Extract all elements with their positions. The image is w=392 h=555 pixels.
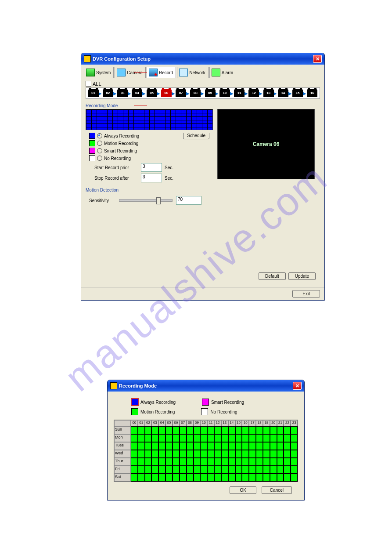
start-prior-input[interactable]: 3: [141, 163, 162, 172]
schedule-cell[interactable]: [158, 442, 165, 450]
schedule-cell[interactable]: [291, 474, 298, 482]
schedule-cell[interactable]: [145, 442, 152, 450]
schedule-cell[interactable]: [151, 466, 158, 474]
schedule-cell[interactable]: [207, 466, 214, 474]
schedule-cell[interactable]: [194, 442, 201, 450]
camera-item-11[interactable]: 11: [234, 89, 245, 97]
schedule-cell[interactable]: [235, 434, 242, 442]
schedule-cell[interactable]: [270, 466, 277, 474]
schedule-cell[interactable]: [291, 450, 298, 458]
schedule-cell[interactable]: [256, 466, 263, 474]
schedule-cell[interactable]: [242, 474, 249, 482]
schedule-cell[interactable]: [151, 442, 158, 450]
schedule-cell[interactable]: [242, 458, 249, 466]
schedule-cell[interactable]: [221, 466, 228, 474]
schedule-cell[interactable]: [277, 458, 284, 466]
schedule-cell[interactable]: [284, 474, 291, 482]
stop-after-input[interactable]: 3: [141, 174, 162, 182]
schedule-cell[interactable]: [151, 458, 158, 466]
schedule-cell[interactable]: [284, 450, 291, 458]
schedule-cell[interactable]: [207, 474, 214, 482]
schedule-cell[interactable]: [138, 458, 145, 466]
swatch-motion[interactable]: [131, 408, 138, 415]
all-checkbox[interactable]: [86, 81, 91, 87]
camera-item-15[interactable]: 15: [292, 89, 304, 97]
schedule-cell[interactable]: [138, 450, 145, 458]
tab-alarm[interactable]: Alarm: [209, 67, 236, 78]
schedule-cell[interactable]: [256, 434, 263, 442]
schedule-cell[interactable]: [270, 450, 277, 458]
camera-item-02[interactable]: 02: [102, 89, 114, 97]
schedule-cell[interactable]: [270, 458, 277, 466]
schedule-cell[interactable]: [242, 434, 249, 442]
schedule-cell[interactable]: [291, 442, 298, 450]
schedule-cell[interactable]: [187, 458, 194, 466]
schedule-cell[interactable]: [173, 474, 180, 482]
schedule-cell[interactable]: [221, 474, 228, 482]
schedule-cell[interactable]: [235, 458, 242, 466]
schedule-cell[interactable]: [228, 474, 235, 482]
camera-item-06[interactable]: 06: [160, 89, 172, 97]
schedule-cell[interactable]: [221, 434, 228, 442]
radio-none[interactable]: [97, 156, 102, 161]
schedule-cell[interactable]: [187, 442, 194, 450]
schedule-cell[interactable]: [131, 450, 138, 458]
schedule-cell[interactable]: [131, 442, 138, 450]
schedule-button[interactable]: Schedule: [183, 133, 209, 139]
schedule-cell[interactable]: [131, 466, 138, 474]
schedule-cell[interactable]: [228, 458, 235, 466]
schedule-cell[interactable]: [270, 434, 277, 442]
schedule-cell[interactable]: [256, 426, 263, 434]
schedule-cell[interactable]: [263, 426, 270, 434]
schedule-cell[interactable]: [207, 426, 214, 434]
schedule-cell[interactable]: [284, 466, 291, 474]
schedule-cell[interactable]: [256, 474, 263, 482]
schedule-cell[interactable]: [145, 450, 152, 458]
update-button[interactable]: Update: [288, 272, 316, 280]
schedule-cell[interactable]: [277, 442, 284, 450]
schedule-cell[interactable]: [284, 458, 291, 466]
schedule-cell[interactable]: [207, 450, 214, 458]
schedule-cell[interactable]: [165, 442, 173, 450]
schedule-cell[interactable]: [207, 458, 214, 466]
schedule-cell[interactable]: [270, 426, 277, 434]
schedule-cell[interactable]: [200, 458, 207, 466]
schedule-cell[interactable]: [263, 466, 270, 474]
default-button[interactable]: Default: [259, 272, 286, 280]
schedule-cell[interactable]: [242, 466, 249, 474]
radio-motion[interactable]: [97, 141, 102, 146]
schedule-cell[interactable]: [277, 426, 284, 434]
schedule-cell[interactable]: [284, 426, 291, 434]
cancel-button[interactable]: Cancel: [262, 486, 292, 494]
camera-item-05[interactable]: 05: [146, 89, 158, 97]
schedule-cell[interactable]: [228, 434, 235, 442]
close-icon[interactable]: ✕: [313, 55, 322, 63]
schedule-cell[interactable]: [200, 466, 207, 474]
schedule-cell[interactable]: [235, 466, 242, 474]
camera-item-12[interactable]: 12: [248, 89, 260, 97]
schedule-cell[interactable]: [145, 434, 152, 442]
schedule-cell[interactable]: [194, 434, 201, 442]
schedule-cell[interactable]: [249, 450, 256, 458]
schedule-cell[interactable]: [235, 426, 242, 434]
schedule-cell[interactable]: [173, 466, 180, 474]
camera-item-07[interactable]: 07: [175, 89, 187, 97]
schedule-cell[interactable]: [249, 434, 256, 442]
schedule-cell[interactable]: [291, 434, 298, 442]
schedule-cell[interactable]: [263, 434, 270, 442]
schedule-cell[interactable]: [180, 474, 187, 482]
schedule-cell[interactable]: [180, 458, 187, 466]
radio-smart[interactable]: [97, 148, 102, 153]
tab-record[interactable]: Record: [147, 67, 176, 78]
schedule-cell[interactable]: [270, 442, 277, 450]
schedule-cell[interactable]: [284, 442, 291, 450]
schedule-cell[interactable]: [187, 474, 194, 482]
slider-thumb[interactable]: [156, 197, 161, 204]
schedule-cell[interactable]: [180, 434, 187, 442]
schedule-cell[interactable]: [131, 458, 138, 466]
schedule-cell[interactable]: [221, 450, 228, 458]
schedule-cell[interactable]: [235, 474, 242, 482]
camera-item-03[interactable]: 03: [117, 89, 129, 97]
schedule-cell[interactable]: [165, 458, 173, 466]
schedule-cell[interactable]: [235, 442, 242, 450]
